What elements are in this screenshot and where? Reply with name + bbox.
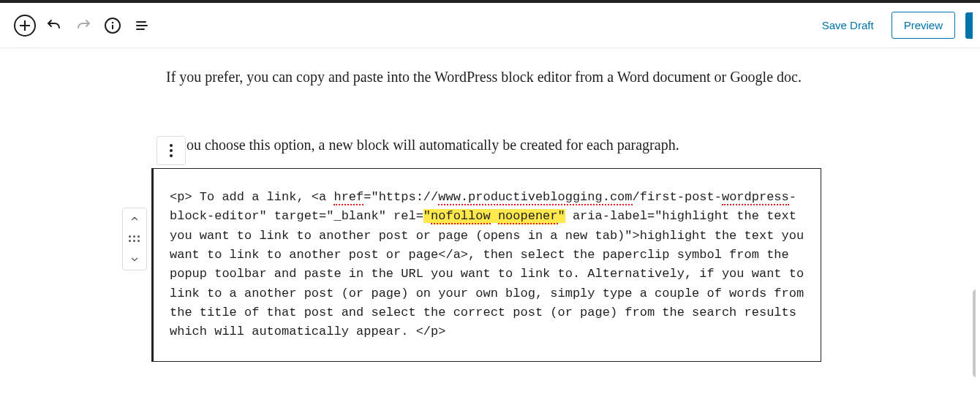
info-icon bbox=[104, 17, 121, 34]
more-icon bbox=[170, 144, 173, 157]
add-block-icon bbox=[14, 15, 36, 37]
paragraph-block-2-partial[interactable]: ou choose this option, a new block will … bbox=[186, 137, 679, 154]
drag-handle[interactable] bbox=[123, 229, 146, 249]
block-options-button[interactable] bbox=[157, 136, 186, 165]
editor-toolbar: Save Draft Preview bbox=[0, 3, 980, 48]
drag-icon bbox=[129, 235, 140, 243]
list-view-icon bbox=[133, 17, 151, 34]
redo-icon bbox=[75, 17, 92, 34]
svg-point-1 bbox=[112, 21, 114, 23]
preview-button[interactable]: Preview bbox=[892, 12, 955, 39]
content-info-button[interactable] bbox=[98, 11, 127, 40]
undo-icon bbox=[45, 17, 63, 34]
block-mover bbox=[122, 208, 147, 270]
chevron-up-icon bbox=[129, 213, 140, 224]
vertical-scrollbar[interactable] bbox=[973, 289, 976, 377]
toolbar-right-group: Save Draft Preview bbox=[815, 12, 973, 39]
undo-button[interactable] bbox=[39, 11, 69, 40]
add-block-button[interactable] bbox=[10, 11, 39, 40]
html-code-block[interactable]: <p> To add a link, <a href="https://www.… bbox=[151, 168, 821, 362]
redo-button[interactable] bbox=[69, 11, 98, 40]
svg-rect-2 bbox=[112, 25, 113, 29]
paragraph-block-1[interactable]: If you prefer, you can copy and paste in… bbox=[166, 66, 802, 88]
chevron-down-icon bbox=[129, 254, 140, 265]
move-up-button[interactable] bbox=[123, 208, 146, 229]
toolbar-left-group bbox=[10, 11, 157, 40]
move-down-button[interactable] bbox=[123, 249, 146, 270]
editor-canvas[interactable]: If you prefer, you can copy and paste in… bbox=[4, 48, 976, 390]
save-draft-button[interactable]: Save Draft bbox=[815, 13, 881, 37]
publish-button-edge[interactable] bbox=[965, 12, 973, 39]
list-view-button[interactable] bbox=[127, 11, 157, 40]
selected-block-wrap: ou choose this option, a new block will … bbox=[151, 139, 821, 362]
